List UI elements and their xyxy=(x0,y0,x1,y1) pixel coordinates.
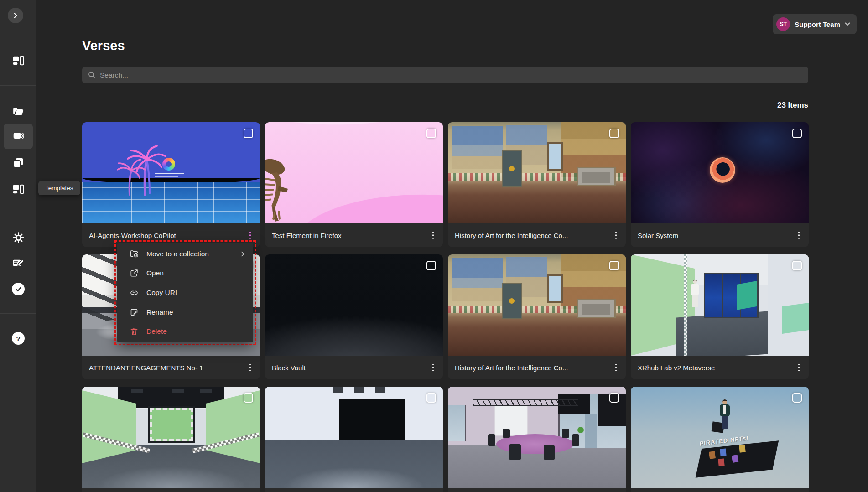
page-title: Verses xyxy=(82,38,125,53)
card-menu-button-active[interactable] xyxy=(246,229,255,242)
thumbnail-layer xyxy=(585,414,597,448)
mail-edit-icon xyxy=(12,257,25,269)
thumbnail-layer xyxy=(577,167,616,186)
verse-thumbnail[interactable] xyxy=(265,387,443,488)
sidebar-item-folders[interactable] xyxy=(0,100,36,122)
card-menu-button[interactable] xyxy=(795,361,804,374)
thumbnail-layer xyxy=(509,444,521,460)
thumbnail-layer xyxy=(155,176,178,177)
select-checkbox[interactable] xyxy=(609,393,619,403)
avatar-figure xyxy=(691,284,699,295)
screens-icon xyxy=(12,55,24,67)
sidebar-item-settings[interactable] xyxy=(0,227,36,249)
thumbnail-layer xyxy=(547,274,563,303)
folder-move-icon xyxy=(129,249,139,259)
card-menu-button[interactable] xyxy=(429,229,438,242)
verse-thumbnail[interactable] xyxy=(631,254,809,356)
thumbnail-layer xyxy=(572,434,579,446)
card-footer: XRhub Lab v2 Metaverse xyxy=(631,356,809,379)
screens-icon xyxy=(12,183,24,195)
thumbnail-layer xyxy=(720,449,726,456)
thumbnail-layer xyxy=(502,150,522,187)
sidebar-item-feedback[interactable] xyxy=(0,252,36,274)
verse-thumbnail[interactable] xyxy=(448,122,626,223)
verse-card xyxy=(448,387,626,492)
card-menu-button[interactable] xyxy=(795,229,804,242)
verse-thumbnail[interactable] xyxy=(82,122,260,223)
thumbnail-layer xyxy=(709,451,716,459)
divider xyxy=(0,212,36,212)
sidebar-item-screens[interactable] xyxy=(0,50,36,72)
card-footer: ATTENDANT ENGAGEMENTS No- 1 xyxy=(82,356,260,379)
select-checkbox[interactable] xyxy=(792,393,802,403)
verse-card: XRhub Lab v2 Metaverse xyxy=(631,254,809,379)
select-checkbox[interactable] xyxy=(426,129,436,138)
card-menu-button[interactable] xyxy=(612,229,621,242)
verse-thumbnail[interactable] xyxy=(448,254,626,356)
sidebar-item-templates[interactable] xyxy=(0,178,36,200)
thumbnail-layer xyxy=(739,445,746,452)
thumbnail-layer xyxy=(82,182,260,223)
select-checkbox[interactable] xyxy=(609,129,619,138)
thumbnail-layer xyxy=(502,283,522,319)
user-name: Support Team xyxy=(795,21,840,28)
verse-thumbnail[interactable] xyxy=(265,254,443,356)
avatar-figure xyxy=(722,416,728,429)
verse-thumbnail[interactable] xyxy=(448,387,626,488)
sidebar-item-tasks[interactable] xyxy=(0,278,36,300)
tooltip-label: Templates xyxy=(45,185,73,192)
verse-card: History of Art for the Intelligence Co..… xyxy=(448,122,626,247)
verse-thumbnail[interactable] xyxy=(265,122,443,223)
gear-icon xyxy=(12,232,25,244)
select-checkbox[interactable] xyxy=(792,261,802,270)
avatar: ST xyxy=(776,17,790,31)
sidebar-item-verses-active[interactable] xyxy=(0,125,36,147)
verse-thumbnail[interactable] xyxy=(82,387,260,488)
check-circle-icon xyxy=(12,283,25,295)
select-checkbox[interactable] xyxy=(244,393,253,403)
select-checkbox[interactable] xyxy=(244,129,253,138)
select-checkbox[interactable] xyxy=(792,129,802,138)
verse-card: PIRATED NFTs! xyxy=(631,387,809,492)
thumbnail-layer xyxy=(732,455,739,463)
sidebar: ? xyxy=(0,0,36,492)
verse-title: XRhub Lab v2 Metaverse xyxy=(638,364,715,372)
card-menu-button[interactable] xyxy=(246,361,255,374)
avatar-figure xyxy=(692,295,698,307)
verse-card: Test Element in Firefox xyxy=(265,122,443,247)
trash-icon xyxy=(129,326,139,337)
menu-item-label: Copy URL xyxy=(146,289,246,297)
sidebar-item-help[interactable]: ? xyxy=(0,327,36,349)
search-input[interactable] xyxy=(100,71,802,79)
thumbnail-layer xyxy=(577,427,584,433)
menu-item-open[interactable]: Open xyxy=(117,264,253,283)
menu-item-rename[interactable]: Rename xyxy=(117,303,253,322)
verse-thumbnail[interactable] xyxy=(631,122,809,223)
card-menu-button[interactable] xyxy=(612,361,621,374)
copy-icon xyxy=(12,157,24,169)
select-checkbox[interactable] xyxy=(426,393,436,403)
menu-item-label: Rename xyxy=(146,308,246,316)
sidebar-item-elements[interactable] xyxy=(0,152,36,174)
verse-title: History of Art for the Intelligence Co..… xyxy=(455,364,568,372)
chevron-down-icon xyxy=(845,22,850,26)
select-checkbox[interactable] xyxy=(426,261,436,270)
menu-item-move-to-collection[interactable]: Move to a collection xyxy=(117,244,253,264)
thumbnail-layer xyxy=(684,254,687,356)
card-footer: History of Art for the Intelligence Co..… xyxy=(448,223,626,247)
palm-trees-graphic xyxy=(117,142,167,196)
rename-icon xyxy=(129,307,139,317)
sidebar-expand-button[interactable] xyxy=(8,8,23,23)
select-checkbox[interactable] xyxy=(609,261,619,270)
card-footer: History of Art for the Intelligence Co..… xyxy=(448,356,626,379)
verse-title: Solar System xyxy=(638,232,678,239)
card-menu-button[interactable] xyxy=(429,361,438,374)
avatar-figure xyxy=(722,399,727,404)
verse-title: History of Art for the Intelligence Co..… xyxy=(455,232,568,239)
verse-thumbnail[interactable]: PIRATED NFTs! xyxy=(631,387,809,488)
menu-item-delete[interactable]: Delete xyxy=(117,322,253,341)
thumbnail-layer xyxy=(495,406,527,435)
menu-item-copy-url[interactable]: Copy URL xyxy=(117,283,253,302)
menu-item-label: Open xyxy=(146,269,246,277)
user-menu-button[interactable]: ST Support Team xyxy=(773,14,857,34)
